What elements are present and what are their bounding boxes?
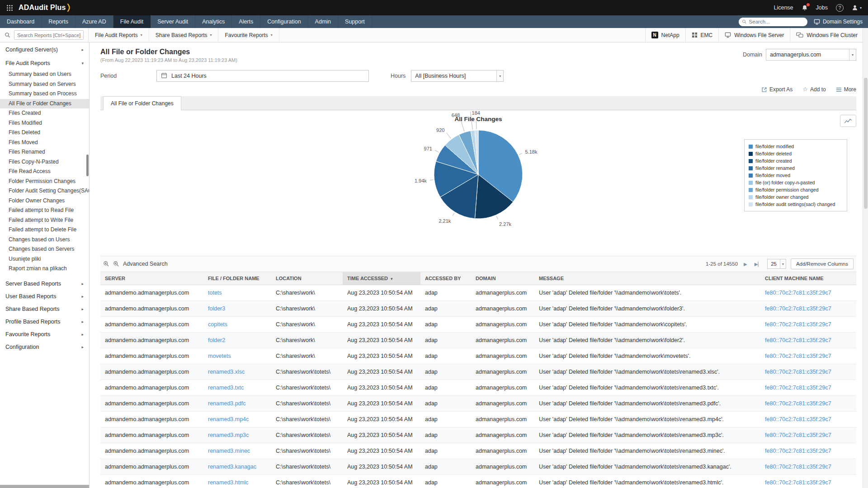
- sidebar-item-raport-zmian-na-plikach[interactable]: Raport zmian na plikach: [0, 264, 89, 274]
- sidebar-item-files-moved[interactable]: Files Moved: [0, 138, 89, 148]
- hours-select[interactable]: All [Business Hours] ▾: [411, 70, 504, 82]
- file-link[interactable]: renamed3.txtc: [208, 385, 244, 391]
- nav-tab-azure-ad[interactable]: Azure AD: [75, 15, 113, 28]
- client-machine-link[interactable]: fe80::70c2:7c81:c35f:29c7: [765, 416, 831, 422]
- client-machine-link[interactable]: fe80::70c2:7c81:c35f:29c7: [765, 400, 831, 407]
- chart-type-button[interactable]: [840, 115, 856, 127]
- global-search[interactable]: [739, 18, 807, 26]
- legend-item-file-folder-created[interactable]: file/folder created: [749, 157, 843, 164]
- nav-tab-dashboard[interactable]: Dashboard: [0, 15, 42, 28]
- file-link[interactable]: copitets: [208, 321, 227, 328]
- next-page-button[interactable]: ▶: [742, 261, 749, 267]
- menu-favourite-reports[interactable]: Favourite Reports▾: [218, 28, 279, 42]
- advanced-search-icon[interactable]: [113, 261, 119, 267]
- menu-file-audit-reports[interactable]: File Audit Reports▾: [88, 28, 149, 42]
- sidebar-group-file-audit-reports[interactable]: File Audit Reports ▾: [0, 56, 89, 70]
- sidebar-item-changes-based-on-users[interactable]: Changes based on Users: [0, 235, 89, 245]
- nav-tab-admin[interactable]: Admin: [308, 15, 338, 28]
- file-link[interactable]: renamed3.mp3c: [208, 432, 249, 438]
- nav-tab-server-audit[interactable]: Server Audit: [151, 15, 195, 28]
- export-as-button[interactable]: Export As: [761, 86, 793, 93]
- sidebar-section-server-based-reports[interactable]: Server Based Reports▸: [0, 277, 89, 290]
- sidebar-item-summary-based-on-servers[interactable]: Summary based on Servers: [0, 80, 89, 89]
- app-logo[interactable]: ADAudit Plus: [19, 3, 71, 12]
- nav-tab-support[interactable]: Support: [338, 15, 372, 28]
- sidebar-scrollbar-thumb[interactable]: [86, 155, 89, 176]
- nav-tab-configuration[interactable]: Configuration: [260, 15, 308, 28]
- sidebar-item-folder-permission-changes[interactable]: Folder Permission Changes: [0, 177, 89, 187]
- file-link[interactable]: totets: [208, 290, 222, 296]
- column-header-file-folder-name[interactable]: FILE / FOLDER NAME: [203, 272, 271, 285]
- file-link[interactable]: folder3: [208, 305, 225, 312]
- nav-tab-alerts[interactable]: Alerts: [232, 15, 260, 28]
- page-scrollbar[interactable]: [863, 28, 868, 488]
- client-machine-link[interactable]: fe80::70c2:7c81:c35f:29c7: [765, 305, 831, 312]
- sidebar-item-file-read-access[interactable]: File Read Access: [0, 167, 89, 177]
- vendor-netapp[interactable]: N NetApp: [645, 28, 685, 42]
- sidebar-item-usuni-te-pliki[interactable]: Usunięte pliki: [0, 254, 89, 264]
- client-machine-link[interactable]: fe80::70c2:7c81:c35f:29c7: [765, 448, 831, 454]
- legend-item-file-folder-permission-changed[interactable]: file/folder permission changed: [749, 186, 843, 193]
- sidebar-item-files-deleted[interactable]: Files Deleted: [0, 128, 89, 138]
- sidebar-item-files-created[interactable]: Files Created: [0, 108, 89, 118]
- license-link[interactable]: License: [774, 5, 793, 11]
- file-link[interactable]: renamed3.minec: [208, 448, 250, 454]
- page-scrollbar-thumb[interactable]: [864, 78, 868, 209]
- sidebar-item-files-renamed[interactable]: Files Renamed: [0, 147, 89, 157]
- file-link[interactable]: movetets: [208, 353, 231, 359]
- last-page-button[interactable]: ▶▏: [753, 261, 763, 267]
- column-header-client-machine-name[interactable]: CLIENT MACHINE NAME: [760, 272, 856, 285]
- sidebar-item-files-modified[interactable]: Files Modified: [0, 118, 89, 128]
- file-link[interactable]: renamed3.xlsc: [208, 369, 245, 375]
- sidebar-horizontal-scrollbar[interactable]: [0, 485, 89, 488]
- more-button[interactable]: More: [836, 86, 856, 93]
- menu-share-based-reports[interactable]: Share Based Reports▾: [149, 28, 219, 42]
- sidebar-item-files-copy-n-pasted[interactable]: Files Copy-N-Pasted: [0, 157, 89, 167]
- client-machine-link[interactable]: fe80::70c2:7c81:c35f:29c7: [765, 479, 831, 486]
- legend-item-file-or-folder-copy-n-pasted[interactable]: file (or) folder copy-n-pasted: [749, 179, 843, 186]
- search-reports-input[interactable]: [14, 30, 84, 40]
- column-header-server[interactable]: SERVER: [100, 272, 203, 285]
- vendor-emc[interactable]: EMC: [685, 28, 719, 42]
- search-reports-icon[interactable]: [5, 32, 10, 38]
- file-link[interactable]: renamed3.mp4c: [208, 416, 249, 422]
- legend-item-file-folder-moved[interactable]: file/folder moved: [749, 172, 843, 179]
- sidebar-section-profile-based-reports[interactable]: Profile Based Reports▸: [0, 315, 89, 328]
- legend-item-file-folder-owner-changed[interactable]: file/folder owner changed: [749, 193, 843, 201]
- legend-item-file-folder-renamed[interactable]: file/folder renamed: [749, 164, 843, 172]
- nav-tab-file-audit[interactable]: File Audit: [113, 15, 151, 28]
- jobs-link[interactable]: Jobs: [816, 5, 828, 11]
- sidebar-section-share-based-reports[interactable]: Share Based Reports▸: [0, 303, 89, 315]
- tab-all-file-or-folder-changes[interactable]: All File or Folder Changes: [103, 96, 181, 110]
- file-link[interactable]: renamed3.htmlc: [208, 479, 249, 486]
- vendor-windows-file-server[interactable]: Windows File Server: [718, 28, 790, 42]
- sidebar-section-user-based-reports[interactable]: User Based Reports▸: [0, 290, 89, 303]
- notifications-bell-icon[interactable]: [802, 5, 808, 11]
- sidebar-item-changes-based-on-servers[interactable]: Changes based on Servers: [0, 244, 89, 254]
- column-header-time-accessed[interactable]: TIME ACCESSED▾: [343, 272, 420, 285]
- nav-tab-analytics[interactable]: Analytics: [195, 15, 232, 28]
- legend-item-file-folder-deleted[interactable]: file/folder deleted: [749, 150, 843, 157]
- search-plus-icon[interactable]: [103, 261, 109, 267]
- client-machine-link[interactable]: fe80::70c2:7c81:c35f:29c7: [765, 369, 831, 375]
- file-link[interactable]: folder2: [208, 337, 225, 343]
- client-machine-link[interactable]: fe80::70c2:7c81:c35f:29c7: [765, 464, 831, 470]
- help-icon[interactable]: ?: [836, 4, 844, 12]
- period-picker[interactable]: Last 24 Hours: [156, 70, 369, 82]
- page-size-select[interactable]: 25 ▾: [767, 259, 786, 269]
- sidebar-section-favourite-reports[interactable]: Favourite Reports▸: [0, 328, 89, 341]
- legend-item-file-folder-audit-settings-sacl-changed[interactable]: file/folder audit settings(sacl) changed: [749, 201, 843, 208]
- column-header-accessed-by[interactable]: ACCESSED BY: [420, 272, 471, 285]
- client-machine-link[interactable]: fe80::70c2:7c81:c35f:29c7: [765, 385, 831, 391]
- column-header-domain[interactable]: DOMAIN: [471, 272, 534, 285]
- sidebar-item-summary-based-on-process[interactable]: Summary based on Process: [0, 89, 89, 99]
- legend-item-file-folder-modified[interactable]: file/folder modified: [749, 143, 843, 150]
- client-machine-link[interactable]: fe80::70c2:7c81:c35f:29c7: [765, 290, 831, 296]
- client-machine-link[interactable]: fe80::70c2:7c81:c35f:29c7: [765, 321, 831, 328]
- add-to-button[interactable]: ☆ Add to: [802, 86, 826, 93]
- sidebar-item-folder-audit-setting-changes-sacl[interactable]: Folder Audit Setting Changes(SACL): [0, 186, 89, 196]
- client-machine-link[interactable]: fe80::70c2:7c81:c35f:29c7: [765, 432, 831, 438]
- global-search-input[interactable]: [749, 19, 804, 24]
- sidebar-item-failed-attempt-to-write-file[interactable]: Failed attempt to Write File: [0, 216, 89, 225]
- add-remove-columns-button[interactable]: Add/Remove Columns: [791, 258, 854, 269]
